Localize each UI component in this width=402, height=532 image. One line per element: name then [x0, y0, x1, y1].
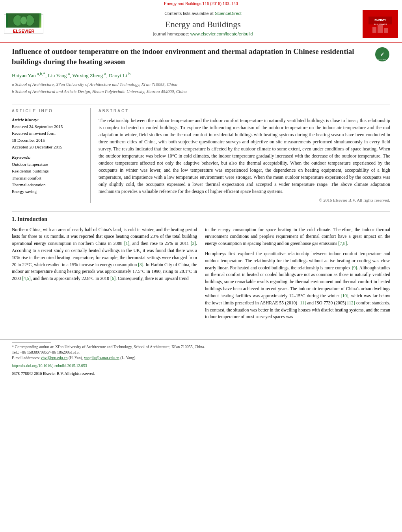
affil1: a School of Architecture, Xi'an Universi…: [12, 82, 368, 87]
revised-date: 18 December 2015: [12, 137, 86, 143]
abstract-col: ABSTRACT The relationship between the ou…: [99, 108, 390, 203]
abstract-header: ABSTRACT: [99, 108, 390, 114]
article-info-header: ARTICLE INFO: [12, 108, 86, 114]
volume-info: Energy and Buildings 116 (2016) 133–140: [0, 0, 402, 8]
svg-text:CrossMark: CrossMark: [378, 59, 386, 61]
keyword-3: Thermal comfort: [12, 175, 86, 181]
intro-para1: Northern China, with an area of nearly h…: [12, 226, 197, 283]
article-info-col: ARTICLE INFO Article history: Received 2…: [12, 108, 91, 203]
article-history: Article history: Received 24 September 2…: [12, 117, 86, 150]
elsevier-text: ELSEVIER: [13, 28, 34, 34]
received-date: Received 24 September 2015: [12, 124, 86, 130]
svg-rect-11: [384, 28, 388, 33]
svg-text:ENERGY: ENERGY: [374, 19, 386, 22]
svg-text:✓: ✓: [380, 51, 385, 57]
intro-para2: in the energy consumption for space heat…: [205, 226, 390, 247]
article-title-text: Influence of outdoor temperature on the …: [12, 46, 368, 96]
keywords-section: Keywords: Outdoor temperature Residentia…: [12, 154, 86, 195]
accepted-date: Accepted 28 December 2015: [12, 144, 86, 150]
intro-section-title: 1. Introduction: [12, 215, 390, 223]
keywords-label: Keywords:: [12, 154, 86, 160]
history-label: Article history:: [12, 117, 86, 123]
footnote-tel: Tel.: +86 15838979866/+86 18629051515.: [12, 350, 390, 355]
intro-right-col: in the energy consumption for space heat…: [205, 226, 390, 324]
svg-point-4: [20, 17, 27, 24]
svg-rect-9: [372, 27, 376, 33]
abstract-text: The relationship between the outdoor tem…: [99, 117, 390, 195]
keywords-list: Outdoor temperature Residential building…: [12, 161, 86, 195]
journal-homepage: journal homepage: www.elsevier.com/locat…: [51, 31, 355, 37]
footnote-divider: [12, 342, 51, 343]
svg-rect-10: [378, 25, 383, 33]
article-title-section: Influence of outdoor temperature on the …: [12, 46, 390, 99]
elsevier-logo: ELSEVIER: [4, 14, 43, 34]
keyword-1: Outdoor temperature: [12, 161, 86, 167]
issn-line: 0378-7788/© 2016 Elsevier B.V. All right…: [12, 371, 390, 376]
keyword-2: Residential buildings: [12, 168, 86, 174]
energy-buildings-logo: ENERGY BUILDINGS: [363, 10, 398, 38]
crossmark-badge[interactable]: ✓ CrossMark: [374, 46, 390, 64]
revised-label: Received in revised form: [12, 130, 86, 136]
keyword-5: Energy saving: [12, 189, 86, 195]
copyright-line: © 2016 Elsevier B.V. All rights reserved…: [99, 197, 390, 203]
keyword-4: Thermal adaptation: [12, 182, 86, 188]
doi-section: http://dx.doi.org/10.1016/j.enbuild.2015…: [12, 363, 390, 369]
intro-left-col: Northern China, with an area of nearly h…: [12, 226, 197, 324]
journal-top-bar: ELSEVIER Contents lists available at Sci…: [0, 8, 402, 39]
footnote-1: * Corresponding author at: Xi'an Univers…: [12, 344, 390, 350]
intro-body-cols: Northern China, with an area of nearly h…: [12, 226, 390, 324]
page-footer: * Corresponding author at: Xi'an Univers…: [0, 339, 402, 379]
introduction-section: 1. Introduction Northern China, with an …: [12, 211, 390, 324]
journal-header: Energy and Buildings 116 (2016) 133–140 …: [0, 0, 402, 43]
journal-title-header: Energy and Buildings: [51, 19, 355, 31]
sciencedirect-link[interactable]: ScienceDirect: [215, 11, 242, 16]
authors-text: Haiyan Yan a,b,*, Liu Yang a, Wuxing Zhe…: [12, 72, 130, 78]
email-link-2[interactable]: yangliu@xauat.edu.cn: [84, 356, 119, 360]
info-abstract-section: ARTICLE INFO Article history: Received 2…: [12, 104, 390, 203]
journal-center: Contents lists available at ScienceDirec…: [43, 11, 363, 37]
article-title: Influence of outdoor temperature on the …: [12, 46, 368, 67]
email-link-1[interactable]: yhy@hpu.edu.cn: [41, 356, 67, 360]
main-content: Influence of outdoor temperature on the …: [0, 43, 402, 332]
footnote-emails: E-mail addresses: yhy@hpu.edu.cn (H. Yan…: [12, 355, 390, 361]
affil2: b School of Architectural and Artistic D…: [12, 89, 368, 95]
intro-para3: Humphreys first explored the quantitativ…: [205, 250, 390, 321]
doi-link[interactable]: http://dx.doi.org/10.1016/j.enbuild.2015…: [12, 363, 87, 368]
elsevier-img-graphic: [6, 13, 41, 28]
authors-line: Haiyan Yan a,b,*, Liu Yang a, Wuxing Zhe…: [12, 70, 368, 79]
homepage-url[interactable]: www.elsevier.com/locate/enbuild: [190, 32, 253, 36]
contents-line: Contents lists available at ScienceDirec…: [51, 11, 355, 17]
